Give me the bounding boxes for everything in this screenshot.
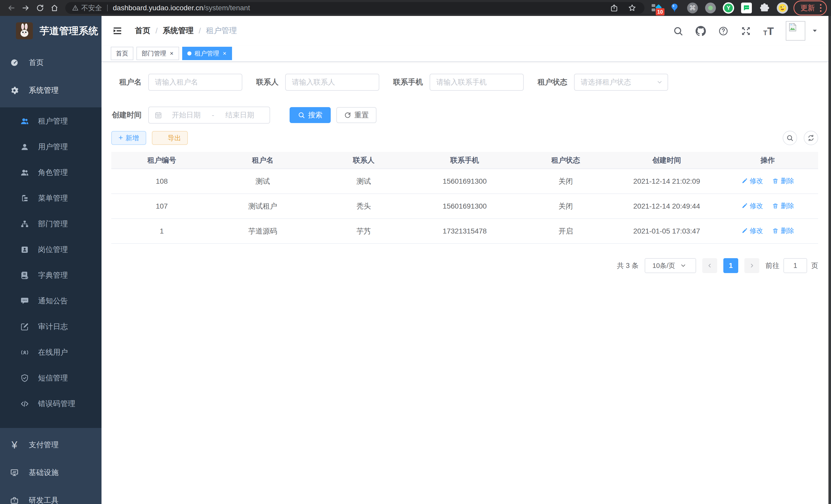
trash-icon [772, 228, 779, 234]
sidebar-subitem[interactable]: 角色管理 [0, 160, 102, 185]
caret-down-icon[interactable] [811, 28, 818, 34]
sidebar-toggle-icon[interactable] [112, 25, 123, 36]
close-icon[interactable]: × [169, 50, 174, 57]
ext-puzzle-icon [759, 3, 770, 13]
tab[interactable]: 首页 [111, 47, 133, 60]
sidebar-item[interactable]: 首页 [0, 49, 102, 77]
search-button[interactable]: 搜索 [290, 107, 331, 123]
chevron-icon [83, 374, 90, 382]
tenant-table: 租户编号 租户名 联系人 联系手机 租户状态 创建 [111, 152, 818, 244]
delete-link[interactable]: 删除 [772, 226, 794, 235]
tab[interactable]: 部门管理 × [137, 47, 179, 60]
column-header: 联系手机 [414, 152, 515, 169]
table-toolbar: + 新增 导出 [111, 131, 818, 145]
extension-button[interactable]: Y [722, 2, 735, 14]
breadcrumb-item[interactable]: / 系统管理 [150, 25, 194, 36]
navbar-action-button[interactable] [695, 25, 706, 36]
navbar-action-button[interactable] [718, 25, 729, 36]
filter-status: 租户状态 请选择租户状态 [538, 74, 668, 91]
app-title: 芋道管理系统 [39, 24, 98, 37]
sidebar-subitem[interactable]: 租户管理 [0, 109, 102, 134]
end-date-placeholder[interactable]: 结束日期 [216, 110, 264, 120]
breadcrumb-item[interactable]: / 租户管理 [194, 25, 237, 36]
sidebar-subitem[interactable]: 岗位管理 [0, 237, 102, 263]
sms-icon [20, 373, 30, 383]
sidebar-subitem[interactable]: 在线用户 [0, 339, 102, 365]
sidebar-item[interactable]: 研发工具 [0, 486, 102, 504]
goto-page: 前往 页 [766, 258, 818, 273]
url-path: /system/tenant [203, 4, 250, 12]
delete-link[interactable]: 删除 [772, 176, 794, 185]
browser-update-menu-button[interactable]: 更新 [794, 1, 827, 16]
extension-button[interactable] [776, 2, 789, 14]
extension-button[interactable] [705, 2, 716, 14]
mobile-input[interactable] [430, 74, 524, 91]
extension-button[interactable] [668, 2, 681, 14]
chevron-icon [83, 441, 90, 449]
url-action-button[interactable] [627, 2, 638, 13]
sidebar-subitem[interactable]: 部门管理 [0, 211, 102, 237]
extension-button[interactable] [741, 2, 752, 14]
sidebar-subitem[interactable]: 短信管理 [0, 365, 102, 391]
column-header: 租户名 [212, 152, 313, 169]
app-logo[interactable]: 芋道管理系统 [0, 16, 102, 46]
navbar-action-button[interactable] [673, 25, 684, 36]
extension-button[interactable]: 10 [651, 2, 662, 14]
breadcrumb-item[interactable]: 首页 [135, 25, 150, 36]
close-icon[interactable]: × [222, 50, 227, 57]
show-search-button[interactable] [783, 131, 797, 145]
dashboard-icon [9, 58, 20, 68]
extension-button[interactable] [758, 2, 770, 14]
page-size-select[interactable]: 10条/页 [645, 258, 696, 273]
browser-nav-button[interactable] [33, 1, 47, 15]
edit-link[interactable]: 修改 [741, 201, 763, 210]
tab[interactable]: 租户管理 × [182, 47, 232, 60]
extension-button[interactable]: ⌘ [687, 2, 698, 14]
table-tools [783, 131, 818, 145]
tenant-name-input[interactable] [148, 74, 242, 91]
sidebar-item[interactable]: 基础设施 [0, 459, 102, 486]
sidebar-item[interactable]: 系统管理 [0, 77, 102, 104]
edit-link[interactable]: 修改 [741, 226, 763, 235]
browser-nav-button[interactable] [47, 1, 62, 15]
date-range-picker[interactable]: 开始日期 - 结束日期 [148, 107, 270, 124]
browser-nav-button[interactable] [19, 1, 33, 15]
url-action-button[interactable] [608, 2, 620, 13]
breadcrumb-separator: / [155, 26, 157, 35]
edit-icon [741, 228, 748, 234]
audit-icon [20, 322, 30, 332]
next-page-button[interactable] [744, 258, 759, 273]
page-number[interactable]: 1 [723, 258, 738, 273]
yen-icon: ¥ [9, 440, 20, 450]
sidebar-item[interactable]: ¥ 支付管理 [0, 431, 102, 459]
sidebar-subitem[interactable]: 菜单管理 [0, 185, 102, 211]
status-select[interactable]: 请选择租户状态 [574, 74, 668, 91]
security-label[interactable]: 不安全 [81, 3, 102, 12]
navbar-action-button[interactable]: TT [763, 25, 774, 36]
sidebar-subitem-label: 菜单管理 [38, 193, 68, 203]
reset-button[interactable]: 重置 [336, 107, 376, 123]
navbar-action-button[interactable] [741, 25, 751, 36]
url-bar-actions [608, 2, 638, 13]
sidebar-subitem[interactable]: 错误码管理 [0, 391, 102, 417]
refresh-table-button[interactable] [804, 131, 818, 145]
sidebar-subitem[interactable]: 审计日志 [0, 314, 102, 339]
home-icon [50, 4, 59, 12]
browser-nav-button[interactable] [4, 1, 19, 15]
export-button[interactable]: 导出 [152, 131, 188, 145]
url-bar[interactable]: 不安全 dashboard.yudao.iocoder.cn /system/t… [65, 2, 644, 14]
cell-contact: 测试 [313, 169, 414, 194]
user-avatar[interactable] [786, 21, 805, 40]
edit-link[interactable]: 修改 [741, 176, 763, 185]
delete-link[interactable]: 删除 [772, 201, 794, 210]
start-date-placeholder[interactable]: 开始日期 [162, 110, 210, 120]
sidebar-subitem[interactable]: 字典管理 [0, 263, 102, 288]
cell-mobile: 15601691300 [414, 194, 515, 218]
sidebar-subitem[interactable]: 用户管理 [0, 134, 102, 160]
add-button[interactable]: + 新增 [111, 131, 146, 145]
contact-input[interactable] [285, 74, 379, 91]
sidebar-subitem[interactable]: 通知公告 [0, 288, 102, 314]
goto-page-input[interactable] [783, 258, 807, 273]
cell-mobile: 17321315478 [414, 218, 515, 243]
prev-page-button[interactable] [702, 258, 717, 273]
